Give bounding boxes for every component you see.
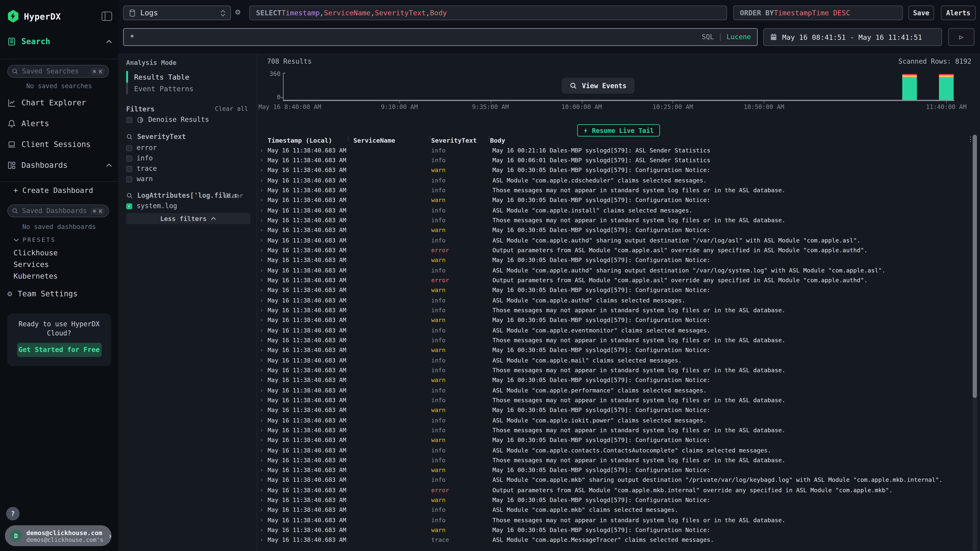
table-row[interactable]: › May 16 11:38:40.683 AM error Output pa… [257, 245, 965, 255]
filter-option-trace[interactable]: trace [126, 165, 249, 173]
row-expand-chevron[interactable]: › [257, 417, 268, 424]
row-expand-chevron[interactable]: › [257, 187, 268, 194]
mode-sql[interactable]: SQL [702, 33, 714, 41]
save-button[interactable]: Save [908, 5, 934, 20]
row-expand-chevron[interactable]: › [257, 337, 268, 343]
resume-live-tail-button[interactable]: Resume Live Tail [577, 124, 660, 137]
filter-option-warn[interactable]: warn [126, 175, 249, 183]
table-row[interactable]: › May 16 11:38:40.683 AM warn May 16 00:… [257, 165, 965, 175]
table-row[interactable]: › May 16 11:38:40.683 AM info ASL Module… [257, 445, 965, 455]
row-expand-chevron[interactable]: › [257, 237, 268, 243]
table-row[interactable]: › May 16 11:38:40.683 AM warn May 16 00:… [257, 195, 965, 205]
row-expand-chevron[interactable]: › [257, 317, 268, 324]
column-resize-handle[interactable]: ⋮ [428, 135, 433, 141]
table-row[interactable]: › May 16 11:38:40.683 AM warn May 16 00:… [257, 525, 965, 535]
table-row[interactable]: › May 16 11:38:40.683 AM info May 16 00:… [257, 145, 965, 155]
user-menu[interactable]: D demos@clickhouse.com demos@clickhouse.… [5, 525, 111, 546]
col-timestamp[interactable]: Timestamp (Local) [268, 136, 353, 144]
preset-item-services[interactable]: Services [13, 260, 49, 269]
row-expand-chevron[interactable]: › [257, 147, 268, 154]
saved-dashboards-input[interactable]: Saved Dashboards ⌘ K [7, 205, 109, 218]
checkbox[interactable] [126, 176, 132, 182]
col-severitytext[interactable]: SeverityText [431, 136, 490, 144]
row-expand-chevron[interactable]: › [257, 167, 268, 173]
table-row[interactable]: › May 16 11:38:40.683 AM info Those mess… [257, 515, 965, 525]
filter-option-info[interactable]: info [126, 154, 249, 162]
get-started-button[interactable]: Get Started for Free [17, 343, 102, 357]
table-row[interactable]: › May 16 11:38:40.683 AM info ASL Module… [257, 295, 965, 305]
table-row[interactable]: › May 16 11:38:40.683 AM warn May 16 00:… [257, 225, 965, 235]
table-row[interactable]: › May 16 11:38:40.683 AM warn May 16 00:… [257, 495, 965, 505]
table-row[interactable]: › May 16 11:38:40.683 AM info ASL Module… [257, 265, 965, 275]
table-row[interactable]: › May 16 11:38:40.683 AM info Those mess… [257, 395, 965, 405]
filter-option-error[interactable]: error [126, 144, 249, 152]
row-expand-chevron[interactable]: › [257, 287, 268, 294]
checkbox[interactable] [126, 155, 132, 162]
denoise-checkbox[interactable] [126, 117, 132, 123]
checkbox[interactable] [126, 145, 132, 151]
table-row[interactable]: › May 16 11:38:40.683 AM error Output pa… [257, 275, 965, 285]
row-expand-chevron[interactable]: › [257, 257, 268, 264]
table-row[interactable]: › May 16 11:38:40.683 AM warn May 16 00:… [257, 435, 965, 445]
row-expand-chevron[interactable]: › [257, 467, 268, 473]
table-row[interactable]: › May 16 11:38:40.683 AM info Those mess… [257, 425, 965, 435]
clear-all-button[interactable]: Clear all [215, 105, 248, 112]
row-expand-chevron[interactable]: › [257, 357, 268, 364]
row-expand-chevron[interactable]: › [257, 387, 268, 394]
table-row[interactable]: › May 16 11:38:40.683 AM error Output pa… [257, 485, 965, 495]
row-expand-chevron[interactable]: › [257, 507, 268, 513]
mode-results-table[interactable]: Results Table [126, 71, 249, 83]
table-row[interactable]: › May 16 11:38:40.683 AM info Those mess… [257, 305, 965, 315]
row-expand-chevron[interactable]: › [257, 537, 268, 543]
row-expand-chevron[interactable]: › [257, 527, 268, 533]
row-expand-chevron[interactable]: › [257, 227, 268, 233]
col-body[interactable]: Body [490, 136, 965, 144]
source-settings-gear-icon[interactable]: ⚙ [235, 7, 240, 16]
sidebar-item-dashboards[interactable]: Dashboards [7, 160, 112, 170]
row-expand-chevron[interactable]: › [257, 457, 268, 463]
sidebar-item-client-sessions[interactable]: Client Sessions [7, 140, 112, 149]
row-expand-chevron[interactable]: › [257, 486, 268, 493]
mode-event-patterns[interactable]: Event Patterns [126, 83, 249, 94]
sidebar-collapse-icon[interactable] [102, 12, 112, 21]
chevron-up-icon[interactable] [106, 163, 112, 167]
preset-item-clickhouse[interactable]: Clickhouse [13, 249, 58, 257]
col-servicename[interactable]: ServiceName [353, 136, 431, 144]
row-expand-chevron[interactable]: › [257, 197, 268, 203]
row-expand-chevron[interactable]: › [257, 397, 268, 403]
mode-lucene[interactable]: Lucene [727, 33, 751, 41]
table-row[interactable]: › May 16 11:38:40.683 AM warn May 16 00:… [257, 465, 965, 475]
checkbox[interactable] [126, 166, 132, 172]
table-row[interactable]: › May 16 11:38:40.683 AM info ASL Module… [257, 235, 965, 245]
row-expand-chevron[interactable]: › [257, 427, 268, 433]
scrollbar-thumb[interactable] [973, 135, 977, 398]
sidebar-item-search[interactable]: Search [7, 37, 112, 46]
table-row[interactable]: › May 16 11:38:40.683 AM warn May 16 00:… [257, 255, 965, 265]
table-row[interactable]: › May 16 11:38:40.683 AM info ASL Module… [257, 355, 965, 365]
row-expand-chevron[interactable]: › [257, 207, 268, 213]
sidebar-item-alerts[interactable]: Alerts [7, 119, 112, 128]
row-expand-chevron[interactable]: › [257, 377, 268, 383]
column-resize-handle[interactable]: ⋮ [486, 135, 491, 141]
source-select[interactable]: Logs [123, 5, 231, 20]
row-expand-chevron[interactable]: › [257, 497, 268, 503]
row-expand-chevron[interactable]: › [257, 157, 268, 164]
denoise-filter[interactable]: Denoise Results [126, 116, 249, 124]
table-row[interactable]: › May 16 11:38:40.683 AM info Those mess… [257, 455, 965, 465]
row-expand-chevron[interactable]: › [257, 247, 268, 254]
table-row[interactable]: › May 16 11:38:40.683 AM info ASL Module… [257, 325, 965, 335]
search-query-input[interactable]: * SQL | Lucene [123, 28, 758, 46]
table-row[interactable]: › May 16 11:38:40.683 AM info Those mess… [257, 215, 965, 225]
run-query-button[interactable]: ▷ [948, 28, 975, 46]
preset-item-kubernetes[interactable]: Kubernetes [13, 272, 58, 280]
table-row[interactable]: › May 16 11:38:40.683 AM warn May 16 00:… [257, 285, 965, 295]
scrollbar-track[interactable] [973, 135, 977, 551]
row-expand-chevron[interactable]: › [257, 367, 268, 373]
checkbox[interactable]: ✓ [126, 203, 132, 209]
row-expand-chevron[interactable]: › [257, 297, 268, 303]
saved-searches-input[interactable]: Saved Searches ⌘ K [7, 65, 109, 78]
alerts-button[interactable]: Alerts [941, 5, 976, 20]
table-row[interactable]: › May 16 11:38:40.683 AM info Those mess… [257, 365, 965, 375]
less-filters-button[interactable]: Less filters [126, 213, 250, 224]
table-row[interactable]: › May 16 11:38:40.683 AM info ASL Module… [257, 175, 965, 185]
